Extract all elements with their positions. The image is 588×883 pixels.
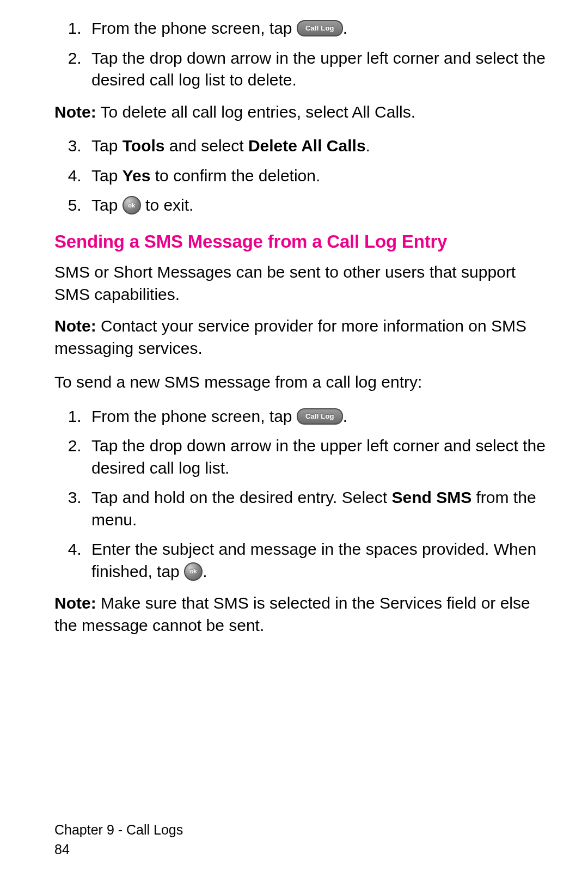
step-c-3: Tap and hold on the desired entry. Selec…	[86, 487, 549, 531]
step-text-post: .	[343, 19, 347, 37]
note-body: Contact your service provider for more i…	[54, 317, 526, 357]
t: Tap and hold on the desired entry. Selec…	[91, 488, 391, 506]
step-text: Tap the drop down arrow in the upper lef…	[91, 49, 546, 89]
t: .	[366, 137, 370, 155]
yes-bold: Yes	[122, 167, 151, 185]
send-sms-bold: Send SMS	[391, 488, 471, 506]
note-2: Note: Contact your service provider for …	[54, 315, 549, 359]
step-b-5: Tap ok to exit.	[86, 194, 549, 217]
step-c-1: From the phone screen, tap Call Log.	[86, 406, 549, 428]
note-label: Note:	[54, 317, 96, 335]
t: to confirm the deletion.	[150, 167, 320, 185]
note-body: Make sure that SMS is selected in the Se…	[54, 594, 530, 634]
t: and select	[165, 137, 248, 155]
page-container: From the phone screen, tap Call Log. Tap…	[0, 0, 588, 883]
step-a-1: From the phone screen, tap Call Log.	[86, 17, 549, 40]
step-c-2: Tap the drop down arrow in the upper lef…	[86, 435, 549, 479]
steps-list-a: From the phone screen, tap Call Log. Tap…	[54, 17, 549, 91]
page-number: 84	[54, 839, 549, 859]
step-b-4: Tap Yes to confirm the deletion.	[86, 165, 549, 187]
section-heading: Sending a SMS Message from a Call Log En…	[54, 230, 549, 254]
t: Enter the subject and message in the spa…	[91, 540, 536, 580]
paragraph-2: To send a new SMS message from a call lo…	[54, 371, 549, 394]
t: Tap the drop down arrow in the upper lef…	[91, 437, 546, 477]
page-footer: Chapter 9 - Call Logs 84	[54, 820, 549, 860]
steps-list-b: Tap Tools and select Delete All Calls. T…	[54, 135, 549, 217]
t: .	[203, 562, 207, 580]
step-text: From the phone screen, tap	[91, 19, 297, 37]
content: From the phone screen, tap Call Log. Tap…	[54, 17, 549, 820]
t: Tap	[91, 137, 122, 155]
step-c-4: Enter the subject and message in the spa…	[86, 538, 549, 582]
tools-bold: Tools	[122, 137, 165, 155]
step-b-3: Tap Tools and select Delete All Calls.	[86, 135, 549, 157]
t: From the phone screen, tap	[91, 407, 297, 425]
note-1: Note: To delete all call log entries, se…	[54, 101, 549, 124]
ok-icon: ok	[184, 562, 203, 581]
steps-list-c: From the phone screen, tap Call Log. Tap…	[54, 406, 549, 583]
chapter-label: Chapter 9 - Call Logs	[54, 820, 549, 839]
t: Tap	[91, 167, 122, 185]
note-label: Note:	[54, 594, 96, 612]
ok-icon: ok	[122, 196, 141, 214]
step-a-2: Tap the drop down arrow in the upper lef…	[86, 47, 549, 91]
note-label: Note:	[54, 103, 96, 121]
note-3: Note: Make sure that SMS is selected in …	[54, 592, 549, 636]
call-log-icon: Call Log	[297, 20, 343, 36]
paragraph-1: SMS or Short Messages can be sent to oth…	[54, 261, 549, 305]
t: .	[343, 407, 347, 425]
t: Tap	[91, 196, 122, 214]
note-body: To delete all call log entries, select A…	[96, 103, 415, 121]
t: to exit.	[141, 196, 194, 214]
call-log-icon: Call Log	[297, 408, 343, 425]
delete-all-calls-bold: Delete All Calls	[248, 137, 366, 155]
